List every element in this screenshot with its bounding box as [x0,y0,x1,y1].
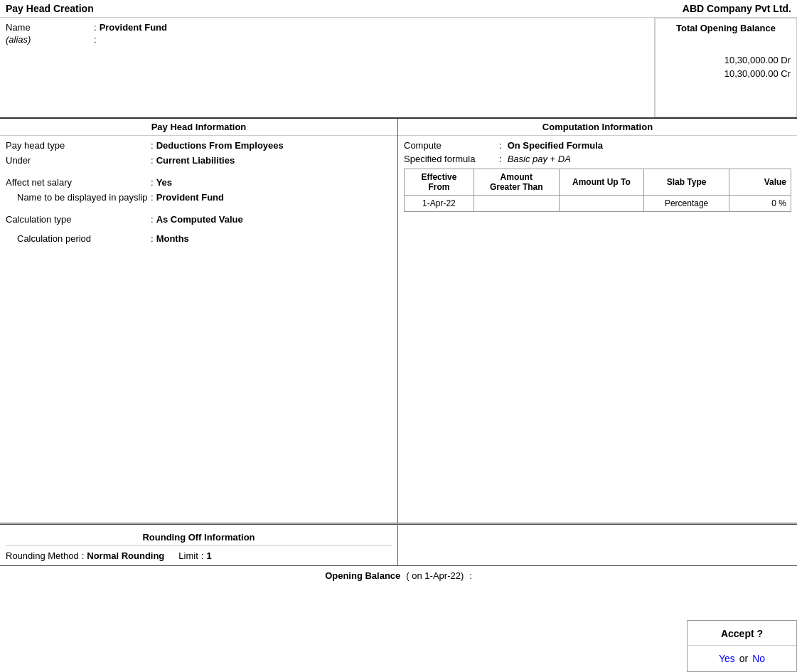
calc-type-colon: : [151,214,154,225]
header-title: Pay Head Creation [6,3,94,14]
limit-value: 1 [206,550,211,561]
bottom-content: Rounding Off Information Rounding Method… [0,525,797,565]
affect-net-salary-colon: : [151,177,154,188]
affect-net-salary-label: Affect net salary [6,177,148,188]
right-panel: Computation Information Compute : On Spe… [398,119,797,523]
affect-net-salary-row: Affect net salary : Yes [6,177,392,188]
under-colon: : [151,155,154,166]
pay-head-type-row: Pay head type : Deductions From Employee… [6,140,392,151]
calc-type-value: As Computed Value [156,214,243,225]
comp-info-content: Compute : On Specified Formula Specified… [398,136,797,216]
accept-yes-button[interactable]: Yes [719,653,735,664]
calc-period-value: Months [156,233,189,244]
rounding-header: Rounding Off Information [6,529,392,546]
formula-value: Basic pay + DA [508,154,571,164]
rounding-row: Rounding Method : Normal Rounding Limit … [6,550,392,561]
tob-dr-value: 10,30,000.00 Dr [661,55,791,65]
name-payslip-row: Name to be displayed in payslip : Provid… [6,192,392,203]
accept-title: Accept ? [688,621,796,646]
under-row: Under : Current Liabilities [6,155,392,166]
opening-balance-date: ( on 1-Apr-22) [406,570,464,581]
name-payslip-colon: : [151,192,154,203]
top-area: Name : Provident Fund (alias) : Total Op… [0,18,797,119]
rounding-method-label: Rounding Method [6,550,79,561]
limit-label: Limit [178,550,198,561]
bottom-right [398,525,797,565]
col-header-amount-up: Amount Up To [559,169,644,196]
bottom-area: Rounding Off Information Rounding Method… [0,524,797,585]
bottom-left: Rounding Off Information Rounding Method… [0,525,398,565]
name-alias-area: Name : Provident Fund (alias) : [0,18,655,117]
left-panel: Pay Head Information Pay head type : Ded… [0,119,398,523]
col-header-effective-from: EffectiveFrom [405,169,474,196]
alias-row: (alias) : [6,34,648,45]
name-payslip-label: Name to be displayed in payslip [6,192,148,203]
alias-colon: : [94,34,97,45]
formula-label: Specified formula [404,154,496,164]
calc-period-label: Calculation period [6,233,148,244]
col-header-amount-gt: AmountGreater Than [474,169,559,196]
name-label: Name [6,22,91,33]
cell-value: 0 % [729,196,791,212]
calc-type-row: Calculation type : As Computed Value [6,214,392,225]
name-value: Provident Fund [100,22,167,33]
tob-cr-value: 10,30,000.00 Cr [661,68,791,79]
main-content: Pay Head Information Pay head type : Ded… [0,119,797,524]
name-colon: : [94,22,97,33]
rounding-method: Rounding Method : Normal Rounding [6,550,164,561]
total-opening-balance-box: Total Opening Balance 10,30,000.00 Dr 10… [655,18,797,117]
rounding-limit: Limit : 1 [178,550,211,561]
accept-or-text: or [739,653,748,664]
slab-table: EffectiveFrom AmountGreater Than Amount … [404,169,791,212]
accept-no-button[interactable]: No [752,653,765,664]
alias-label: (alias) [6,34,91,45]
under-value: Current Liabilities [156,155,235,166]
formula-colon: : [499,154,502,164]
pay-head-type-label: Pay head type [6,140,148,151]
comp-info-header: Computation Information [398,119,797,136]
rounding-method-value: Normal Rounding [87,550,164,561]
pay-head-info-header: Pay Head Information [0,119,397,136]
compute-value: On Specified Formula [508,140,603,151]
tob-title: Total Opening Balance [661,23,791,33]
rounding-method-colon: : [82,550,85,561]
opening-balance-colon: : [469,570,472,581]
opening-balance-label: Opening Balance [325,570,400,581]
header-company: ABD Company Pvt Ltd. [683,3,791,14]
affect-net-salary-value: Yes [156,177,172,188]
compute-colon: : [499,140,502,151]
pay-head-type-colon: : [151,140,154,151]
pay-head-info-content: Pay head type : Deductions From Employee… [0,136,397,523]
calc-period-row: Calculation period : Months [6,233,392,244]
compute-label: Compute [404,140,496,151]
formula-row: Specified formula : Basic pay + DA [404,154,791,164]
limit-colon: : [201,550,204,561]
accept-dialog: Accept ? Yes or No [687,620,797,672]
col-header-value: Value [729,169,791,196]
opening-balance-bar: Opening Balance ( on 1-Apr-22) : [0,565,797,585]
col-header-slab-type: Slab Type [644,169,729,196]
name-payslip-value: Provident Fund [156,192,224,203]
compute-row: Compute : On Specified Formula [404,140,791,151]
cell-slab-type: Percentage [644,196,729,212]
cell-amount-gt [474,196,559,212]
accept-buttons: Yes or No [688,646,796,671]
calc-period-colon: : [151,233,154,244]
table-row: 1-Apr-22 Percentage 0 % [405,196,791,212]
cell-effective-from: 1-Apr-22 [405,196,474,212]
calc-type-label: Calculation type [6,214,148,225]
under-label: Under [6,155,148,166]
header: Pay Head Creation ABD Company Pvt Ltd. [0,0,797,18]
name-row: Name : Provident Fund [6,22,648,33]
pay-head-type-value: Deductions From Employees [156,140,284,151]
cell-amount-up [559,196,644,212]
